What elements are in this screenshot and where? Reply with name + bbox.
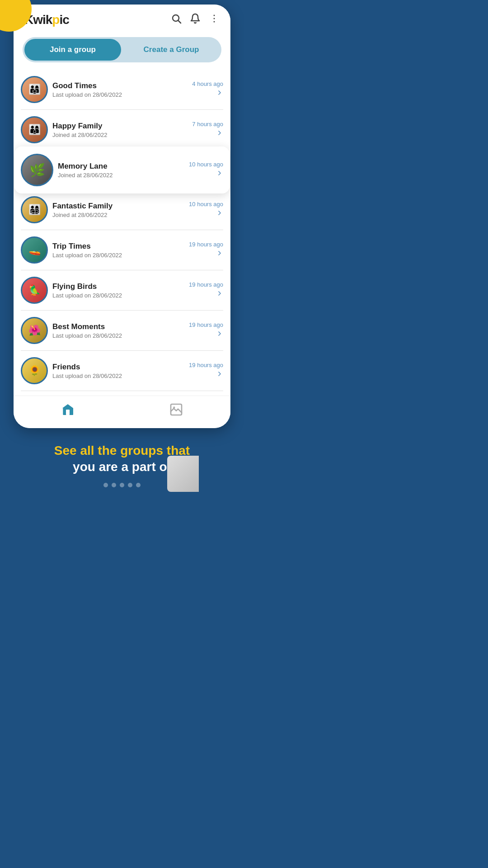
group-sub-friends: Last upload on 28/06/2022 <box>52 373 184 379</box>
group-sub-flying-birds: Last upload on 28/06/2022 <box>52 292 184 299</box>
group-meta-good-times: 4 hours ago <box>192 80 223 99</box>
group-name-friends: Friends <box>52 363 184 372</box>
group-item-flying-birds[interactable]: 🦜 Flying Birds Last upload on 28/06/2022… <box>21 270 223 311</box>
group-sub-happy-family: Joined at 28/06/2022 <box>52 132 188 138</box>
group-info-memory-lane: Memory Lane Joined at 28/06/2022 <box>53 162 189 179</box>
group-name-fantastic-family: Fantastic Family <box>52 202 184 211</box>
group-sub-good-times: Last upload on 28/06/2022 <box>52 91 188 98</box>
group-avatar-fantastic-family: 👨‍👩‍👧‍👦 <box>21 196 48 223</box>
group-avatar-friends: 🌻 <box>21 357 48 384</box>
group-meta-memory-lane: 10 hours ago <box>189 161 223 179</box>
group-avatar-trip-times: 🚤 <box>21 236 48 264</box>
group-info-flying-birds: Flying Birds Last upload on 28/06/2022 <box>48 282 189 299</box>
group-sub-trip-times: Last upload on 28/06/2022 <box>52 252 184 259</box>
group-time-good-times: 4 hours ago <box>192 80 223 87</box>
group-name-happy-family: Happy Family <box>52 122 188 131</box>
create-group-tab[interactable]: Create a Group <box>123 39 220 61</box>
group-meta-flying-birds: 19 hours ago <box>189 281 223 299</box>
group-item-best-moments[interactable]: 🌺 Best Moments Last upload on 28/06/2022… <box>21 311 223 351</box>
avatar-emoji-memory-lane: 🌿 <box>29 163 45 178</box>
dot-2 <box>112 483 116 487</box>
corner-thumbnail <box>167 456 199 492</box>
avatar-emoji-friends: 🌻 <box>28 365 41 377</box>
group-info-best-moments: Best Moments Last upload on 28/06/2022 <box>48 322 189 339</box>
group-time-trip-times: 19 hours ago <box>189 241 223 248</box>
group-info-trip-times: Trip Times Last upload on 28/06/2022 <box>48 242 189 259</box>
phone-frame: Kwikpic <box>14 5 230 428</box>
group-avatar-good-times: 👨‍👩‍👧 <box>21 76 48 103</box>
group-avatar-memory-lane: 🌿 <box>21 154 53 186</box>
logo-accent: p <box>52 13 59 27</box>
svg-line-1 <box>178 21 181 24</box>
chevron-icon-trip-times[interactable] <box>216 250 223 259</box>
svg-point-3 <box>214 18 215 19</box>
group-list: 👨‍👩‍👧 Good Times Last upload on 28/06/20… <box>14 70 230 391</box>
group-item-good-times[interactable]: 👨‍👩‍👧 Good Times Last upload on 28/06/20… <box>21 70 223 110</box>
group-info-friends: Friends Last upload on 28/06/2022 <box>48 363 189 379</box>
app-background: Kwikpic <box>0 0 244 496</box>
svg-point-4 <box>214 21 215 23</box>
app-header: Kwikpic <box>14 5 230 33</box>
dot-5 <box>136 483 141 487</box>
join-group-tab[interactable]: Join a group <box>24 39 121 61</box>
avatar-emoji-good-times: 👨‍👩‍👧 <box>28 84 41 95</box>
group-item-fantastic-family[interactable]: 👨‍👩‍👧‍👦 Fantastic Family Joined at 28/06… <box>21 190 223 230</box>
chevron-icon-happy-family[interactable] <box>216 129 223 139</box>
group-meta-happy-family: 7 hours ago <box>192 121 223 139</box>
group-time-best-moments: 19 hours ago <box>189 321 223 328</box>
bottom-section: See all the groups that you are a part o… <box>45 428 199 496</box>
avatar-emoji-trip-times: 🚤 <box>28 244 41 256</box>
group-time-memory-lane: 10 hours ago <box>189 161 223 168</box>
group-name-memory-lane: Memory Lane <box>58 162 184 171</box>
group-sub-best-moments: Last upload on 28/06/2022 <box>52 332 184 339</box>
group-avatar-happy-family: 👨‍👩‍👦 <box>21 116 48 143</box>
group-avatar-flying-birds: 🦜 <box>21 277 48 304</box>
svg-point-2 <box>214 15 215 16</box>
group-name-good-times: Good Times <box>52 81 188 90</box>
home-nav-icon[interactable] <box>61 402 75 420</box>
dot-4 <box>128 483 132 487</box>
group-info-good-times: Good Times Last upload on 28/06/2022 <box>48 81 192 98</box>
group-sub-fantastic-family: Joined at 28/06/2022 <box>52 212 184 218</box>
svg-rect-5 <box>66 410 70 415</box>
group-time-friends: 19 hours ago <box>189 362 223 368</box>
chevron-icon-best-moments[interactable] <box>216 330 223 340</box>
group-time-flying-birds: 19 hours ago <box>189 281 223 288</box>
svg-point-7 <box>173 406 175 408</box>
dot-1 <box>103 483 108 487</box>
chevron-icon-flying-birds[interactable] <box>216 290 223 299</box>
search-icon[interactable] <box>171 13 182 27</box>
group-meta-fantastic-family: 10 hours ago <box>189 201 223 219</box>
group-name-best-moments: Best Moments <box>52 322 184 331</box>
group-item-happy-family[interactable]: 👨‍👩‍👦 Happy Family Joined at 28/06/2022 … <box>21 110 223 150</box>
group-meta-friends: 19 hours ago <box>189 362 223 380</box>
group-item-memory-lane[interactable]: 🌿 Memory Lane Joined at 28/06/2022 10 ho… <box>14 146 230 193</box>
app-logo: Kwikpic <box>24 13 69 27</box>
more-menu-icon[interactable] <box>209 13 220 27</box>
group-item-trip-times[interactable]: 🚤 Trip Times Last upload on 28/06/2022 1… <box>21 230 223 270</box>
header-icons <box>171 13 220 27</box>
group-meta-trip-times: 19 hours ago <box>189 241 223 259</box>
avatar-emoji-happy-family: 👨‍👩‍👦 <box>28 124 41 136</box>
avatar-emoji-fantastic-family: 👨‍👩‍👧‍👦 <box>28 204 41 216</box>
tab-bar: Join a group Create a Group <box>23 37 221 62</box>
avatar-emoji-flying-birds: 🦜 <box>28 284 41 296</box>
chevron-icon-memory-lane[interactable] <box>216 170 223 179</box>
group-sub-memory-lane: Joined at 28/06/2022 <box>58 172 184 179</box>
group-meta-best-moments: 19 hours ago <box>189 321 223 340</box>
group-avatar-best-moments: 🌺 <box>21 317 48 344</box>
bell-icon[interactable] <box>190 13 201 27</box>
group-name-trip-times: Trip Times <box>52 242 184 251</box>
group-info-fantastic-family: Fantastic Family Joined at 28/06/2022 <box>48 202 189 218</box>
group-item-friends[interactable]: 🌻 Friends Last upload on 28/06/2022 19 h… <box>21 351 223 391</box>
group-name-flying-birds: Flying Birds <box>52 282 184 291</box>
chevron-icon-good-times[interactable] <box>216 89 223 99</box>
group-time-happy-family: 7 hours ago <box>192 121 223 127</box>
bottom-navigation <box>14 396 230 428</box>
group-info-happy-family: Happy Family Joined at 28/06/2022 <box>48 122 192 138</box>
dot-3 <box>120 483 124 487</box>
gallery-nav-icon[interactable] <box>169 402 183 420</box>
chevron-icon-friends[interactable] <box>216 370 223 380</box>
avatar-emoji-best-moments: 🌺 <box>28 325 41 336</box>
chevron-icon-fantastic-family[interactable] <box>216 209 223 219</box>
